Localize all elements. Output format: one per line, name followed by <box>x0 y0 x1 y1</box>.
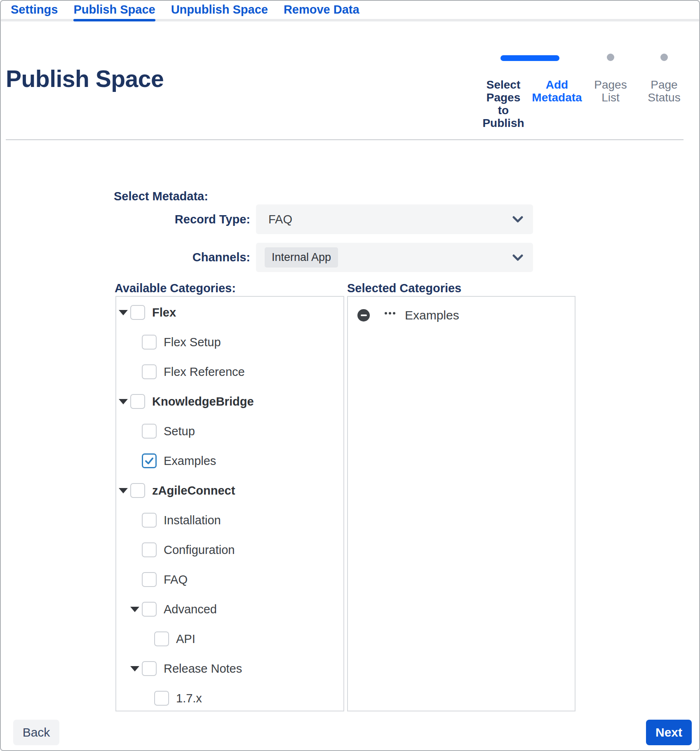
category-row-faq: FAQ <box>116 565 343 594</box>
stepper-dot-icon <box>607 54 614 61</box>
stepper-step-add-metadata[interactable]: AddMetadata <box>532 54 582 129</box>
remove-category-button[interactable] <box>357 309 370 322</box>
category-row-flex-setup: Flex Setup <box>116 327 343 357</box>
selected-categories-label: Selected Categories <box>347 282 461 295</box>
category-label: Installation <box>164 514 221 527</box>
tab-unpublish-space[interactable]: Unpublish Space <box>171 1 268 21</box>
category-row-api: API <box>116 624 343 654</box>
available-categories-box: FlexFlex SetupFlex ReferenceKnowledgeBri… <box>115 296 344 711</box>
category-checkbox-flex[interactable] <box>130 305 145 320</box>
category-label: Examples <box>164 454 216 468</box>
stepper-step-label: SelectPagestoPublish <box>482 78 524 129</box>
category-checkbox-configuration[interactable] <box>142 542 157 557</box>
category-label: Flex <box>152 306 176 319</box>
category-checkbox-flex-reference[interactable] <box>142 364 157 379</box>
category-checkbox-knowledgebridge[interactable] <box>130 394 145 409</box>
tab-settings[interactable]: Settings <box>11 1 58 21</box>
category-row-flex-reference: Flex Reference <box>116 357 343 387</box>
channels-select[interactable]: Internal App <box>256 243 533 272</box>
category-checkbox-examples[interactable] <box>142 453 157 468</box>
chevron-down-icon <box>512 254 523 261</box>
next-button[interactable]: Next <box>646 720 692 745</box>
category-label: FAQ <box>164 573 188 587</box>
select-metadata-label: Select Metadata: <box>114 190 208 203</box>
category-row-installation: Installation <box>116 505 343 535</box>
category-row-1-7-x: 1.7.x <box>116 683 343 713</box>
category-row-zagileconnect: zAgileConnect <box>116 476 343 505</box>
stepper-step-select-pages-to-publish[interactable]: SelectPagestoPublish <box>479 54 528 129</box>
stepper-indicator <box>586 54 635 61</box>
category-row-setup: Setup <box>116 416 343 446</box>
header-divider <box>6 139 684 140</box>
category-checkbox-setup[interactable] <box>142 424 157 439</box>
category-checkbox-release-notes[interactable] <box>142 661 157 676</box>
drag-handle-icon[interactable] <box>385 312 395 314</box>
selected-category-row-examples: Examples <box>348 308 575 322</box>
category-checkbox-api[interactable] <box>154 631 169 646</box>
category-row-configuration: Configuration <box>116 535 343 565</box>
app-window: SettingsPublish SpaceUnpublish SpaceRemo… <box>0 0 700 751</box>
stepper: SelectPagestoPublishAddMetadataPagesList… <box>479 54 689 129</box>
channels-label: Channels: <box>114 251 250 264</box>
selected-category-label: Examples <box>405 308 459 322</box>
tabs: SettingsPublish SpaceUnpublish SpaceRemo… <box>1 1 699 21</box>
category-label: Flex Setup <box>164 336 221 349</box>
category-row-release-notes: Release Notes <box>116 654 343 683</box>
caret-down-icon[interactable] <box>119 310 128 315</box>
category-label: Advanced <box>164 603 217 616</box>
available-categories-label: Available Categories: <box>115 282 236 295</box>
page-title: Publish Space <box>6 65 164 92</box>
stepper-dot-icon <box>660 54 668 61</box>
chevron-down-icon <box>512 216 523 223</box>
record-type-label: Record Type: <box>114 213 250 226</box>
tab-publish-space[interactable]: Publish Space <box>73 1 155 21</box>
category-checkbox-installation[interactable] <box>142 513 157 528</box>
category-checkbox-faq[interactable] <box>142 572 157 587</box>
record-type-value: FAQ <box>268 213 292 226</box>
stepper-step-page-status[interactable]: PageStatus <box>639 54 689 129</box>
category-row-advanced: Advanced <box>116 594 343 624</box>
category-row-knowledgebridge: KnowledgeBridge <box>116 387 343 416</box>
stepper-step-pages-list[interactable]: PagesList <box>586 54 635 129</box>
category-label: zAgileConnect <box>152 484 235 498</box>
selected-categories-box: Examples <box>347 296 576 711</box>
caret-down-icon[interactable] <box>130 607 139 612</box>
category-label: API <box>176 632 195 646</box>
category-checkbox-1-7-x[interactable] <box>154 691 169 706</box>
category-row-examples: Examples <box>116 446 343 476</box>
stepper-indicator <box>639 54 689 61</box>
channel-chip: Internal App <box>265 247 338 268</box>
category-label: Flex Reference <box>164 365 245 379</box>
category-checkbox-advanced[interactable] <box>142 602 157 617</box>
stepper-progress-pill <box>500 55 559 61</box>
stepper-step-label: PageStatus <box>648 78 680 104</box>
caret-down-icon[interactable] <box>119 399 128 404</box>
category-label: Configuration <box>164 543 235 557</box>
category-row-flex: Flex <box>116 298 343 327</box>
stepper-step-label: PagesList <box>594 78 627 104</box>
category-label: Setup <box>164 425 195 438</box>
category-checkbox-flex-setup[interactable] <box>142 335 157 350</box>
back-button[interactable]: Back <box>13 720 59 745</box>
stepper-step-label: AddMetadata <box>532 78 582 104</box>
record-type-select[interactable]: FAQ <box>256 204 533 234</box>
minus-icon <box>361 314 367 316</box>
tab-remove-data[interactable]: Remove Data <box>284 1 359 21</box>
category-label: KnowledgeBridge <box>152 395 254 408</box>
category-label: Release Notes <box>164 662 242 676</box>
category-checkbox-zagileconnect[interactable] <box>130 483 145 498</box>
caret-down-icon[interactable] <box>119 488 128 493</box>
category-label: 1.7.x <box>176 692 202 705</box>
tab-bar: SettingsPublish SpaceUnpublish SpaceRemo… <box>1 1 699 21</box>
caret-down-icon[interactable] <box>130 666 139 671</box>
